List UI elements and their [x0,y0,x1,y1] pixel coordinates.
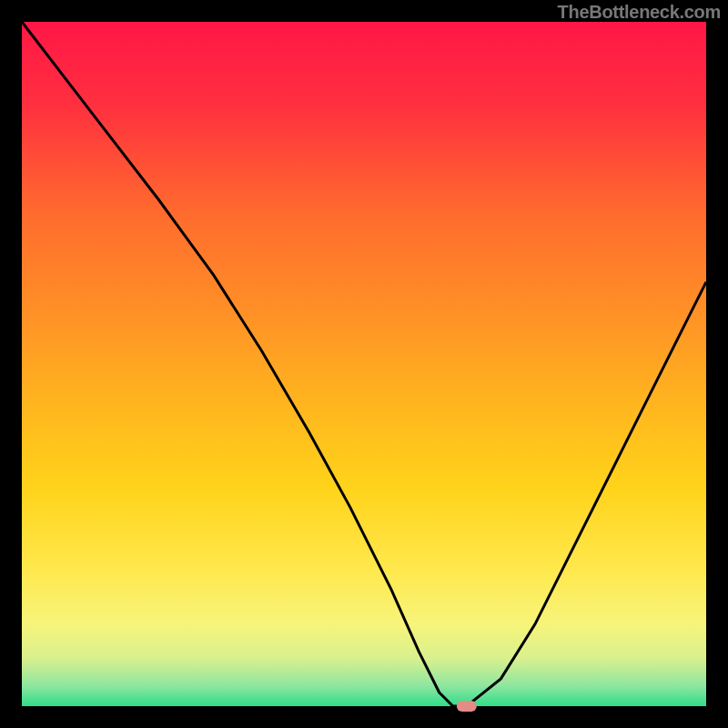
optimal-marker [457,701,477,712]
bottleneck-chart: TheBottleneck.com [0,0,728,728]
plot-background [22,22,706,706]
watermark: TheBottleneck.com [558,2,721,23]
chart-svg [0,0,728,728]
